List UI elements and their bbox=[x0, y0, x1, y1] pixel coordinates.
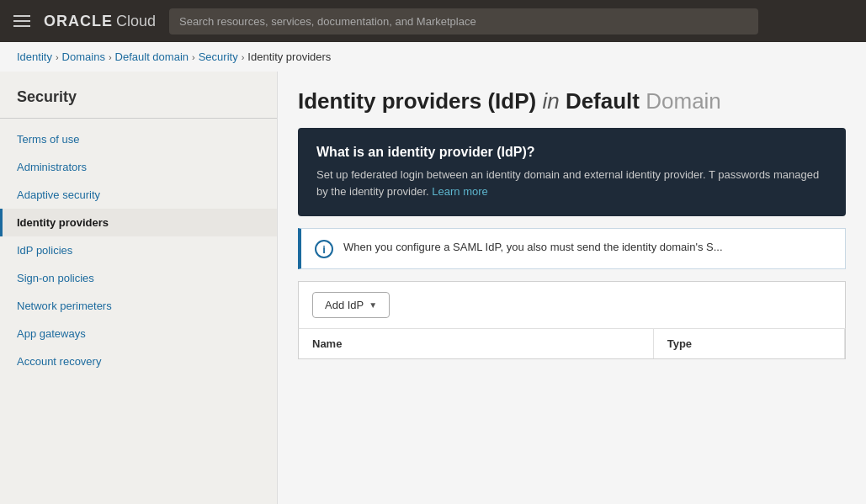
add-idp-label: Add IdP bbox=[325, 299, 364, 311]
add-idp-button[interactable]: Add IdP ▼ bbox=[312, 292, 390, 318]
sidebar-item-idp-policies[interactable]: IdP policies bbox=[0, 236, 277, 264]
page-title-bold: Default bbox=[566, 88, 640, 114]
breadcrumb-default-domain[interactable]: Default domain bbox=[115, 50, 189, 63]
main-content: Identity providers (IdP) in Default Doma… bbox=[278, 72, 866, 504]
info-card-heading: What is an identity provider (IdP)? bbox=[316, 145, 827, 160]
sidebar-divider bbox=[0, 118, 277, 119]
breadcrumb-sep-1: › bbox=[56, 52, 59, 62]
info-icon: i bbox=[315, 240, 333, 258]
dropdown-arrow-icon: ▼ bbox=[369, 300, 377, 310]
sidebar-item-account-recovery[interactable]: Account recovery bbox=[0, 347, 277, 375]
breadcrumb-sep-3: › bbox=[192, 52, 195, 62]
breadcrumb-security[interactable]: Security bbox=[199, 50, 238, 63]
sidebar-item-sign-on-policies[interactable]: Sign-on policies bbox=[0, 264, 277, 292]
learn-more-link[interactable]: Learn more bbox=[432, 185, 487, 198]
table-column-type: Type bbox=[654, 329, 845, 358]
hamburger-menu[interactable] bbox=[13, 15, 30, 27]
sidebar: Security Terms of use Administrators Ada… bbox=[0, 72, 278, 504]
notice-text: When you configure a SAML IdP, you also … bbox=[343, 239, 723, 256]
top-navigation: ORACLE Cloud bbox=[0, 0, 866, 42]
search-input[interactable] bbox=[169, 8, 758, 34]
breadcrumb-sep-4: › bbox=[242, 52, 245, 62]
page-title-normal: Identity providers (IdP) bbox=[298, 88, 536, 114]
sidebar-item-adaptive-security[interactable]: Adaptive security bbox=[0, 181, 277, 209]
oracle-text: ORACLE bbox=[44, 13, 113, 30]
sidebar-item-terms-of-use[interactable]: Terms of use bbox=[0, 125, 277, 153]
table-header: Name Type bbox=[298, 328, 846, 359]
main-layout: Security Terms of use Administrators Ada… bbox=[0, 72, 866, 504]
sidebar-item-administrators[interactable]: Administrators bbox=[0, 153, 277, 181]
breadcrumb-identity[interactable]: Identity bbox=[17, 50, 52, 63]
table-column-name: Name bbox=[299, 329, 654, 358]
notice-bar: i When you configure a SAML IdP, you als… bbox=[298, 228, 846, 269]
sidebar-item-app-gateways[interactable]: App gateways bbox=[0, 320, 277, 347]
oracle-logo: ORACLE Cloud bbox=[44, 13, 156, 30]
page-title-light: Domain bbox=[646, 88, 721, 114]
breadcrumb-sep-2: › bbox=[109, 52, 112, 62]
info-card: What is an identity provider (IdP)? Set … bbox=[298, 128, 846, 216]
sidebar-item-identity-providers[interactable]: Identity providers bbox=[0, 209, 277, 236]
cloud-text: Cloud bbox=[116, 13, 156, 30]
add-idp-container: Add IdP ▼ bbox=[298, 281, 846, 328]
page-title: Identity providers (IdP) in Default Doma… bbox=[298, 88, 846, 114]
breadcrumb-domains[interactable]: Domains bbox=[62, 50, 105, 63]
info-card-text: Set up federated login between an identi… bbox=[316, 167, 827, 199]
page-title-italic: in bbox=[542, 88, 559, 114]
sidebar-item-network-perimeters[interactable]: Network perimeters bbox=[0, 292, 277, 320]
breadcrumb: Identity › Domains › Default domain › Se… bbox=[0, 42, 866, 72]
sidebar-title: Security bbox=[0, 80, 277, 118]
breadcrumb-current: Identity providers bbox=[247, 50, 331, 63]
